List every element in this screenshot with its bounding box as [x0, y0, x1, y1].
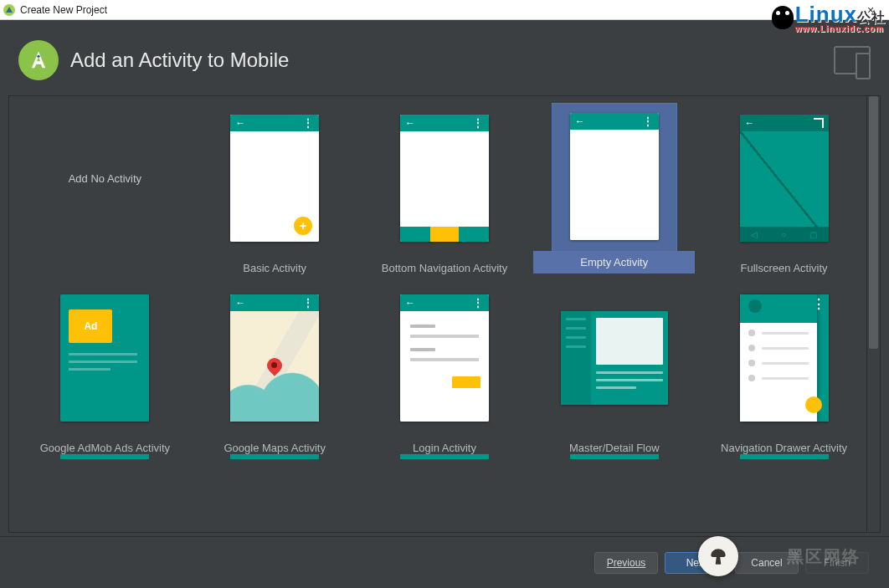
- activity-card-bottom-navigation[interactable]: ←⋮ Bottom Navigation Activity: [364, 103, 526, 274]
- activity-thumb-fullscreen[interactable]: ← ◁○▢: [722, 103, 847, 253]
- wizard-content: Add an Activity to Mobile Add No Activit…: [0, 20, 889, 588]
- expand-icon: [814, 118, 824, 128]
- menu-dots-icon: ⋮: [473, 117, 484, 129]
- device-icon: [834, 46, 871, 74]
- ad-badge: Ad: [69, 309, 112, 343]
- finish-button: Finish: [805, 552, 869, 574]
- menu-dots-icon: ⋮: [473, 297, 484, 309]
- activity-thumb-maps[interactable]: ←⋮: [212, 283, 337, 433]
- activity-label: Add No Activity: [69, 172, 141, 185]
- back-arrow-icon: ←: [405, 297, 415, 309]
- previous-button[interactable]: Previous: [594, 552, 658, 574]
- activity-card-master-detail[interactable]: Master/Detail Flow: [533, 283, 695, 454]
- activity-thumb-empty[interactable]: ←⋮: [552, 103, 677, 270]
- menu-dots-icon: ⋮: [303, 297, 314, 309]
- cancel-button[interactable]: Cancel: [735, 552, 799, 574]
- scrollbar-thumb[interactable]: [869, 96, 878, 349]
- activity-card-basic[interactable]: ←⋮ + Basic Activity: [194, 103, 356, 274]
- vertical-scrollbar[interactable]: [866, 96, 880, 532]
- activity-label[interactable]: Navigation Drawer Activity: [721, 442, 847, 454]
- back-arrow-icon: ←: [405, 117, 415, 129]
- fab-icon: +: [294, 217, 312, 235]
- activity-label[interactable]: Google AdMob Ads Activity: [40, 442, 170, 454]
- activity-label[interactable]: Master/Detail Flow: [569, 442, 660, 454]
- avatar-icon: [748, 299, 762, 313]
- activity-thumb-admob[interactable]: Ad: [42, 283, 167, 433]
- page-title: Add an Activity to Mobile: [70, 49, 289, 72]
- next-button[interactable]: Next: [665, 552, 728, 574]
- back-arrow-icon: ←: [745, 117, 755, 129]
- window-title: Create New Project: [20, 4, 107, 16]
- wizard-header: Add an Activity to Mobile: [0, 20, 889, 95]
- activity-label[interactable]: Google Maps Activity: [224, 442, 326, 454]
- activity-thumb-bottomnav[interactable]: ←⋮: [382, 103, 507, 253]
- back-arrow-icon: ←: [235, 297, 245, 309]
- activity-card-fullscreen[interactable]: ← ◁○▢ Fullscreen Activity: [703, 103, 865, 274]
- window: Create New Project × Add an Activity to …: [0, 0, 889, 588]
- activity-label[interactable]: Login Activity: [413, 442, 476, 454]
- activity-label[interactable]: Bottom Navigation Activity: [382, 262, 507, 274]
- close-icon[interactable]: ×: [856, 3, 886, 17]
- activity-card-nav-drawer[interactable]: ⋮: [703, 283, 865, 454]
- activity-thumb-masterdetail[interactable]: [552, 283, 677, 433]
- activity-label[interactable]: Basic Activity: [243, 262, 306, 274]
- fab-icon: [805, 396, 822, 413]
- menu-dots-icon: ⋮: [643, 115, 654, 127]
- map-pin-icon: [267, 358, 284, 375]
- android-studio-logo-icon: [18, 40, 59, 80]
- activity-label[interactable]: Fullscreen Activity: [741, 262, 828, 274]
- activity-thumb-none[interactable]: Add No Activity: [42, 103, 167, 253]
- activity-label[interactable]: Empty Activity: [533, 251, 695, 274]
- activity-card-empty[interactable]: ←⋮ Empty Activity: [533, 103, 695, 274]
- activity-card-login[interactable]: ←⋮ Login Activity: [364, 283, 526, 454]
- activity-card-maps[interactable]: ←⋮ Google Maps Activity: [194, 283, 356, 454]
- svg-point-0: [37, 55, 39, 58]
- activity-card-admob[interactable]: Ad Google AdMob Ads Activity: [24, 283, 186, 454]
- gallery-overflow-peek: [9, 454, 880, 464]
- back-arrow-icon: ←: [575, 115, 585, 127]
- activity-gallery: Add No Activity . ←⋮ + Basic Activity: [8, 95, 881, 533]
- activity-thumb-basic[interactable]: ←⋮ +: [212, 103, 337, 253]
- menu-dots-icon: ⋮: [303, 117, 314, 129]
- activity-thumb-login[interactable]: ←⋮: [382, 283, 507, 433]
- back-arrow-icon: ←: [235, 117, 245, 129]
- titlebar: Create New Project ×: [0, 0, 889, 20]
- activity-card-add-no-activity[interactable]: Add No Activity .: [24, 103, 186, 274]
- android-studio-icon: [3, 4, 15, 16]
- wizard-footer: Previous Next Cancel Finish: [0, 536, 889, 588]
- activity-thumb-navdrawer[interactable]: ⋮: [722, 283, 847, 433]
